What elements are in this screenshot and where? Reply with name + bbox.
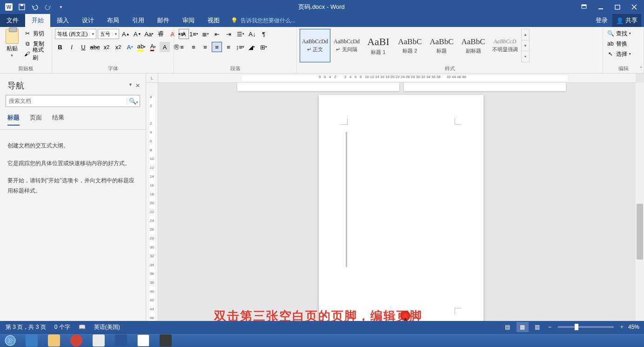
line-spacing-button[interactable]: ↕≡▾: [235, 42, 245, 52]
document-canvas[interactable]: 双击第三张空白页的页脚，编辑页脚 ↖: [158, 83, 636, 321]
gallery-up-icon[interactable]: ▲: [522, 29, 529, 40]
strike-button[interactable]: abc: [90, 42, 100, 52]
page-3[interactable]: [319, 95, 483, 321]
find-button[interactable]: 🔍查找▾: [606, 29, 641, 38]
page-count[interactable]: 第 3 页，共 3 页: [6, 323, 46, 331]
minimize-icon[interactable]: [593, 1, 609, 13]
nav-close-icon[interactable]: ✕: [135, 82, 140, 89]
search-icon[interactable]: 🔍▾: [127, 98, 140, 105]
sort-button[interactable]: A↓: [247, 29, 257, 39]
font-family-combo[interactable]: 等线 (西文正)▼: [55, 29, 96, 39]
nav-tab-headings[interactable]: 标题: [7, 113, 20, 126]
spellcheck-icon[interactable]: 📖: [79, 324, 86, 330]
zoom-in-icon[interactable]: +: [618, 324, 625, 330]
paste-button[interactable]: 粘贴 ▼: [3, 29, 21, 59]
tab-file[interactable]: 文件: [0, 14, 25, 27]
login-link[interactable]: 登录: [592, 14, 611, 27]
nav-search-input[interactable]: [6, 98, 127, 104]
shrink-font-button[interactable]: A▼: [132, 29, 142, 39]
show-marks-button[interactable]: ¶: [259, 29, 269, 39]
align-left-button[interactable]: ≡: [177, 42, 187, 52]
taskbar-app-2[interactable]: [43, 334, 65, 347]
text-effects-button[interactable]: A▾: [125, 42, 135, 52]
style-item-2[interactable]: AaBI标题 1: [363, 29, 394, 62]
word-icon[interactable]: W: [3, 1, 15, 13]
nav-search[interactable]: 🔍▾: [6, 95, 140, 107]
scrollbar-vertical[interactable]: [636, 83, 644, 321]
bullets-button[interactable]: •≡▾: [177, 29, 187, 39]
maximize-icon[interactable]: [610, 1, 625, 13]
share-button[interactable]: 👤 共享: [612, 14, 641, 27]
tab-layout[interactable]: 布局: [101, 14, 126, 27]
cut-button[interactable]: ✂剪切: [23, 29, 49, 38]
distribute-button[interactable]: ≡: [223, 42, 234, 52]
style-item-1[interactable]: AaBbCcDd↵ 无间隔: [331, 29, 362, 62]
style-item-5[interactable]: AaBbC副标题: [458, 29, 489, 62]
chevron-down-icon[interactable]: ▼: [89, 32, 96, 36]
subscript-button[interactable]: x2: [101, 42, 112, 52]
word-count[interactable]: 0 个字: [54, 323, 70, 331]
justify-button[interactable]: ≡: [212, 42, 222, 52]
taskbar-app-3[interactable]: [65, 334, 87, 347]
redo-icon[interactable]: [42, 1, 54, 13]
language-status[interactable]: 英语(美国): [94, 323, 120, 331]
underline-button[interactable]: U: [78, 42, 88, 52]
gallery-more-icon[interactable]: ▾: [522, 51, 529, 62]
taskbar-app-1[interactable]: [20, 334, 43, 347]
multilevel-button[interactable]: ≣▾: [201, 29, 211, 39]
qat-customize-icon[interactable]: ▼: [55, 1, 67, 13]
grow-font-button[interactable]: A▲: [121, 29, 131, 39]
style-item-4[interactable]: AaBbC标题: [426, 29, 457, 62]
zoom-slider[interactable]: [558, 326, 614, 328]
taskbar-app-7[interactable]: [154, 334, 177, 347]
numbering-button[interactable]: 1≡▾: [188, 29, 199, 39]
close-icon[interactable]: [626, 1, 642, 13]
align-center-button[interactable]: ≡: [188, 42, 199, 52]
format-painter-button[interactable]: 🖌格式刷: [23, 49, 49, 59]
decrease-indent-button[interactable]: ⇤: [212, 29, 222, 39]
start-button[interactable]: [0, 334, 20, 347]
tab-mail[interactable]: 邮件: [151, 14, 176, 27]
tab-home[interactable]: 开始: [25, 14, 50, 27]
taskbar-app-5[interactable]: [110, 334, 132, 347]
print-layout-icon[interactable]: ▦: [517, 322, 529, 332]
font-color-button[interactable]: A▾: [148, 42, 158, 52]
scrollbar-thumb[interactable]: [637, 204, 643, 260]
style-item-6[interactable]: AaBbCcD不明显强调: [490, 29, 520, 62]
select-button[interactable]: ↖选择▾: [606, 49, 641, 59]
taskbar-app-6[interactable]: [132, 334, 154, 347]
style-item-0[interactable]: AaBbCcDd↵ 正文: [300, 29, 330, 62]
tell-me-search[interactable]: 💡 告诉我您想要做什么...: [226, 14, 592, 27]
tab-design[interactable]: 设计: [75, 14, 101, 27]
ruler-corner[interactable]: L: [146, 73, 158, 83]
save-icon[interactable]: [16, 1, 28, 13]
font-size-combo[interactable]: 五号▼: [98, 29, 119, 39]
increase-indent-button[interactable]: ⇥: [224, 29, 234, 39]
asian-layout-button[interactable]: ☰▾: [235, 29, 246, 39]
gallery-down-icon[interactable]: ▼: [522, 40, 529, 51]
style-item-3[interactable]: AaBbC标题 2: [395, 29, 425, 62]
tab-insert[interactable]: 插入: [50, 14, 75, 27]
web-layout-icon[interactable]: ▥: [531, 322, 543, 332]
replace-button[interactable]: ab替换: [606, 39, 641, 48]
zoom-level[interactable]: 45%: [628, 324, 639, 330]
tab-view[interactable]: 视图: [201, 14, 226, 27]
borders-button[interactable]: ⊞▾: [258, 42, 268, 52]
phonetic-guide-button[interactable]: 睿: [155, 29, 166, 39]
zoom-out-icon[interactable]: −: [546, 324, 553, 330]
align-right-button[interactable]: ≡: [200, 42, 210, 52]
italic-button[interactable]: I: [67, 42, 77, 52]
ruler-horizontal[interactable]: 8642246810121416182022242628303234363842…: [158, 73, 636, 83]
zoom-thumb[interactable]: [575, 324, 578, 330]
ribbon-options-icon[interactable]: [576, 1, 592, 13]
read-mode-icon[interactable]: ▤: [502, 322, 514, 332]
nav-menu-icon[interactable]: ▼: [128, 82, 133, 89]
superscript-button[interactable]: x2: [113, 42, 123, 52]
bold-button[interactable]: B: [55, 42, 65, 52]
change-case-button[interactable]: Aa▾: [144, 29, 154, 39]
chevron-down-icon[interactable]: ▼: [112, 32, 119, 36]
ruler-vertical[interactable]: 4224681012141618202224262830323436384042…: [146, 83, 158, 321]
undo-icon[interactable]: [29, 1, 41, 13]
shading-button[interactable]: ◢▾: [247, 42, 257, 52]
taskbar-app-4[interactable]: [87, 334, 110, 347]
